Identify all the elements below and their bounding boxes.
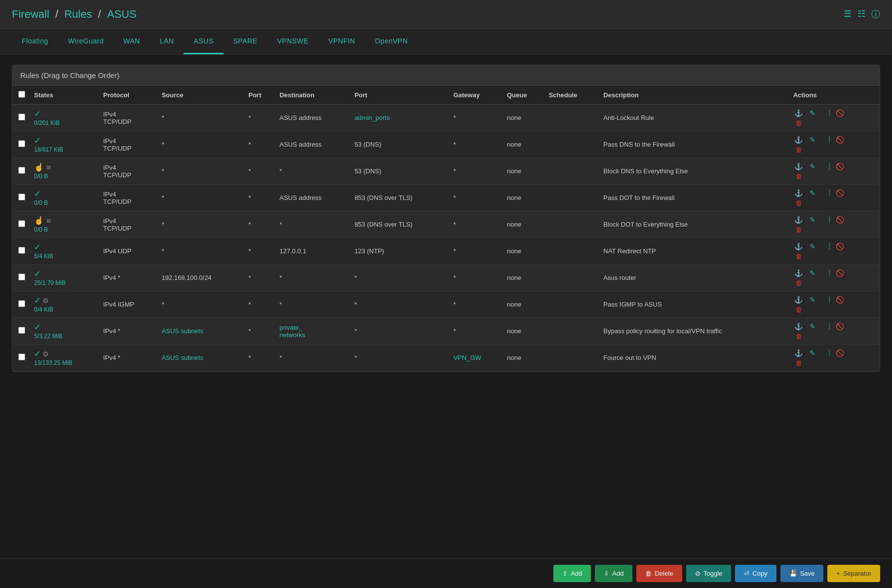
copy-row-icon[interactable]: ⎹ (821, 322, 832, 330)
grid-view-icon[interactable]: ☷ (857, 8, 865, 20)
edit-icon[interactable]: ✎ (807, 162, 818, 170)
delete-row-icon[interactable]: 🗑 (793, 172, 804, 180)
main-content: Rules (Drag to Change Order) States Prot… (0, 55, 892, 411)
edit-icon[interactable]: ✎ (807, 269, 818, 277)
block-icon[interactable]: 🚫 (835, 295, 846, 304)
anchor-icon[interactable]: ⚓ (793, 109, 804, 117)
breadcrumb-rules[interactable]: Rules (64, 8, 92, 20)
tab-vpnswe[interactable]: VPNSWE (267, 29, 318, 54)
tab-wan[interactable]: WAN (114, 29, 150, 54)
delete-row-icon[interactable]: 🗑 (793, 332, 804, 340)
block-icon[interactable]: 🚫 (835, 242, 846, 250)
edit-icon[interactable]: ✎ (807, 189, 818, 197)
tab-floating[interactable]: Floating (12, 29, 58, 54)
block-icon[interactable]: 🚫 (835, 349, 846, 357)
tab-wireguard[interactable]: WireGuard (58, 29, 114, 54)
row-checkbox[interactable] (18, 220, 25, 227)
row-actions: ⚓✎⎹🚫🗑 (789, 158, 880, 185)
copy-row-icon[interactable]: ⎹ (821, 109, 832, 117)
row-gateway: * (449, 185, 503, 211)
copy-row-icon[interactable]: ⎹ (821, 135, 832, 144)
edit-icon[interactable]: ✎ (807, 349, 818, 357)
col-states: States (30, 86, 99, 105)
tab-vpnfin[interactable]: VPNFIN (318, 29, 365, 54)
edit-icon[interactable]: ✎ (807, 242, 818, 250)
edit-icon[interactable]: ✎ (807, 215, 818, 224)
delete-row-icon[interactable]: 🗑 (793, 252, 804, 260)
block-icon[interactable]: 🚫 (835, 215, 846, 224)
row-queue: none (503, 185, 545, 211)
anchor-icon[interactable]: ⚓ (793, 322, 804, 330)
list-view-icon[interactable]: ☰ (844, 8, 852, 20)
anchor-icon[interactable]: ⚓ (793, 349, 804, 357)
table-row: ✓5/4 KiBIPv4 UDP**127.0.0.1123 (NTP)*non… (12, 238, 880, 265)
help-icon[interactable]: ⓘ (871, 8, 880, 20)
state-check-icon: ✓ (34, 322, 40, 332)
copy-row-icon[interactable]: ⎹ (821, 215, 832, 224)
breadcrumb-firewall[interactable]: Firewall (12, 8, 49, 20)
anchor-icon[interactable]: ⚓ (793, 215, 804, 224)
row-checkbox[interactable] (18, 194, 25, 200)
state-indicators: ✓25/1.70 MiB (34, 269, 95, 286)
row-gateway[interactable]: VPN_GW (449, 345, 503, 371)
block-icon[interactable]: 🚫 (835, 135, 846, 144)
delete-row-icon[interactable]: 🗑 (793, 306, 804, 314)
state-check-icon: ✓ (34, 189, 40, 198)
copy-row-icon[interactable]: ⎹ (821, 269, 832, 277)
row-destination[interactable]: private_ networks (275, 318, 350, 345)
col-destination: Destination (275, 86, 350, 105)
tab-spare[interactable]: SPARE (224, 29, 268, 54)
toggle-button[interactable]: ⊘ Toggle (686, 565, 731, 582)
block-icon[interactable]: 🚫 (835, 322, 846, 330)
delete-row-icon[interactable]: 🗑 (793, 359, 804, 367)
anchor-icon[interactable]: ⚓ (793, 242, 804, 250)
copy-row-icon[interactable]: ⎹ (821, 189, 832, 197)
anchor-icon[interactable]: ⚓ (793, 162, 804, 170)
row-checkbox[interactable] (18, 327, 25, 334)
copy-row-icon[interactable]: ⎹ (821, 349, 832, 357)
copy-row-icon[interactable]: ⎹ (821, 162, 832, 170)
delete-button[interactable]: 🗑 Delete (636, 565, 682, 582)
row-checkbox[interactable] (18, 353, 25, 360)
delete-row-icon[interactable]: 🗑 (793, 199, 804, 207)
tab-openvpn[interactable]: OpenVPN (365, 29, 418, 54)
copy-row-icon[interactable]: ⎹ (821, 242, 832, 250)
delete-row-icon[interactable]: 🗑 (793, 119, 804, 127)
row-checkbox[interactable] (18, 140, 25, 147)
add-top-button[interactable]: ⇧ Add (553, 565, 591, 582)
separator-button[interactable]: + Separator (827, 565, 880, 582)
save-button[interactable]: 💾 Save (780, 565, 824, 582)
edit-icon[interactable]: ✎ (807, 295, 818, 304)
row-checkbox[interactable] (18, 274, 25, 280)
delete-row-icon[interactable]: 🗑 (793, 279, 804, 287)
row-source[interactable]: ASUS subnets (157, 345, 244, 371)
anchor-icon[interactable]: ⚓ (793, 295, 804, 304)
copy-button[interactable]: ⏎ Copy (735, 565, 776, 582)
block-icon[interactable]: 🚫 (835, 162, 846, 170)
state-value: 13/133.25 MiB (34, 359, 72, 366)
row-checkbox[interactable] (18, 114, 25, 120)
row-checkbox[interactable] (18, 247, 25, 254)
tab-lan[interactable]: LAN (150, 29, 184, 54)
anchor-icon[interactable]: ⚓ (793, 135, 804, 144)
row-source[interactable]: ASUS subnets (157, 318, 244, 345)
anchor-icon[interactable]: ⚓ (793, 189, 804, 197)
edit-icon[interactable]: ✎ (807, 109, 818, 117)
row-port-dst[interactable]: admin_ports (350, 105, 449, 131)
row-checkbox[interactable] (18, 300, 25, 307)
delete-row-icon[interactable]: 🗑 (793, 146, 804, 154)
select-all-checkbox[interactable] (18, 91, 25, 98)
copy-row-icon[interactable]: ⎹ (821, 295, 832, 304)
tab-asus[interactable]: ASUS (184, 29, 223, 54)
anchor-icon[interactable]: ⚓ (793, 269, 804, 277)
edit-icon[interactable]: ✎ (807, 135, 818, 144)
block-icon[interactable]: 🚫 (835, 109, 846, 117)
rules-table-section: Rules (Drag to Change Order) States Prot… (12, 65, 880, 372)
separator-label: Separator (843, 570, 871, 577)
delete-row-icon[interactable]: 🗑 (793, 226, 804, 234)
row-checkbox[interactable] (18, 167, 25, 174)
block-icon[interactable]: 🚫 (835, 269, 846, 277)
block-icon[interactable]: 🚫 (835, 189, 846, 197)
add-bottom-button[interactable]: ⇩ Add (595, 565, 632, 582)
edit-icon[interactable]: ✎ (807, 322, 818, 330)
